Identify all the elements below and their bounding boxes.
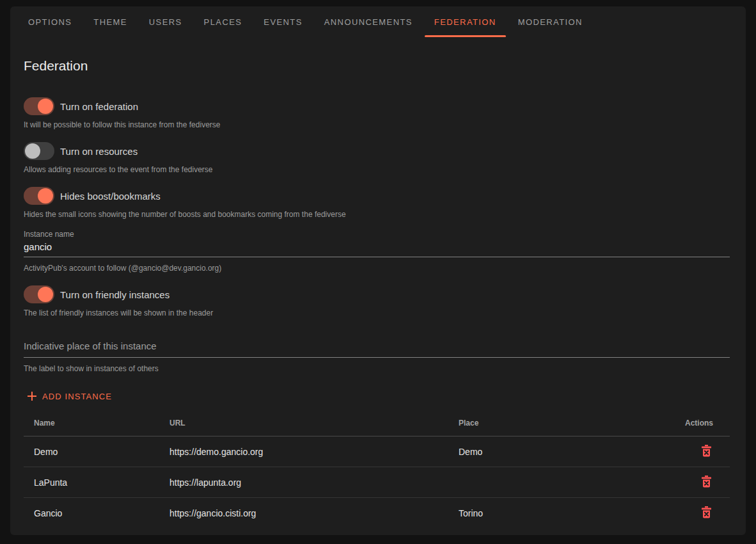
tab-users[interactable]: USERS xyxy=(138,6,193,37)
table-row: LaPunta https://lapunta.org xyxy=(24,467,730,498)
setting-federation: Turn on federation It will be possible t… xyxy=(24,97,730,129)
federation-toggle[interactable] xyxy=(24,97,54,115)
setting-resources: Turn on resources Allows adding resource… xyxy=(24,142,730,174)
resources-toggle-hint: Allows adding resources to the event fro… xyxy=(24,165,730,174)
resources-toggle-label: Turn on resources xyxy=(60,146,138,157)
instance-place-cell: Torino xyxy=(448,508,647,518)
tab-announcements[interactable]: ANNOUNCEMENTS xyxy=(313,6,423,37)
trash-icon xyxy=(701,506,712,520)
table-row: Demo https://demo.gancio.org Demo xyxy=(24,436,730,467)
instance-name-label: Instance name xyxy=(24,230,730,239)
admin-tab-bar: OPTIONS THEME USERS PLACES EVENTS ANNOUN… xyxy=(10,6,746,37)
trash-icon xyxy=(701,476,712,490)
instance-place-hint: The label to show in instances of others xyxy=(24,364,730,373)
resources-toggle[interactable] xyxy=(24,142,54,160)
instance-name-field-block: Instance name ActivityPub's account to f… xyxy=(24,230,730,273)
setting-hide-boosts: Hides boost/bookmarks Hides the small ic… xyxy=(24,187,730,219)
setting-friendly-instances: Turn on friendly instances The list of f… xyxy=(24,285,730,317)
tab-moderation[interactable]: MODERATION xyxy=(507,6,594,37)
instance-name-input[interactable] xyxy=(24,241,730,257)
column-header-name: Name xyxy=(24,419,159,428)
toggle-thumb xyxy=(25,143,40,159)
trash-icon xyxy=(701,445,712,459)
hide-boosts-toggle-label: Hides boost/bookmarks xyxy=(60,191,161,202)
tab-places[interactable]: PLACES xyxy=(193,6,253,37)
toggle-thumb xyxy=(38,99,53,114)
instance-place-field-block: The label to show in instances of others xyxy=(24,340,730,373)
hide-boosts-toggle[interactable] xyxy=(24,187,54,205)
friendly-instances-toggle-label: Turn on friendly instances xyxy=(60,289,169,300)
admin-panel-card: OPTIONS THEME USERS PLACES EVENTS ANNOUN… xyxy=(10,6,746,535)
delete-instance-button[interactable] xyxy=(700,505,713,522)
tab-events[interactable]: EVENTS xyxy=(253,6,313,37)
table-header-row: Name URL Place Actions xyxy=(24,410,730,436)
instance-url-cell: https://demo.gancio.org xyxy=(159,447,448,457)
friendly-instances-table: Name URL Place Actions Demo https://demo… xyxy=(24,410,730,529)
toggle-thumb xyxy=(38,188,53,204)
friendly-instances-toggle[interactable] xyxy=(24,285,54,303)
add-instance-label: ADD INSTANCE xyxy=(42,392,112,401)
table-row: Gancio https://gancio.cisti.org Torino xyxy=(24,498,730,529)
friendly-instances-toggle-hint: The list of friendly instances will be s… xyxy=(24,308,730,317)
federation-settings-panel: Federation Turn on federation It will be… xyxy=(10,59,746,529)
column-header-url: URL xyxy=(159,419,448,428)
instance-name-cell: Gancio xyxy=(24,508,159,518)
tab-options[interactable]: OPTIONS xyxy=(17,6,83,37)
instance-name-cell: LaPunta xyxy=(24,477,159,488)
plus-icon xyxy=(26,390,38,402)
instance-place-cell: Demo xyxy=(448,447,647,457)
hide-boosts-toggle-hint: Hides the small icons showing the number… xyxy=(24,210,730,219)
instance-name-hint: ActivityPub's account to follow (@gancio… xyxy=(24,264,730,273)
add-instance-button[interactable]: ADD INSTANCE xyxy=(24,388,114,404)
instance-url-cell: https://lapunta.org xyxy=(159,477,448,488)
toggle-thumb xyxy=(38,287,53,302)
tab-theme[interactable]: THEME xyxy=(83,6,138,37)
column-header-place: Place xyxy=(448,419,647,428)
federation-toggle-label: Turn on federation xyxy=(60,101,138,112)
delete-instance-button[interactable] xyxy=(700,474,713,491)
federation-toggle-hint: It will be possible to follow this insta… xyxy=(24,120,730,129)
delete-instance-button[interactable] xyxy=(700,444,713,460)
tab-federation[interactable]: FEDERATION xyxy=(423,6,507,37)
instance-place-input[interactable] xyxy=(24,340,730,358)
instance-url-cell: https://gancio.cisti.org xyxy=(159,508,448,518)
column-header-actions: Actions xyxy=(647,419,730,428)
page-title: Federation xyxy=(24,59,730,72)
instance-name-cell: Demo xyxy=(24,447,159,457)
